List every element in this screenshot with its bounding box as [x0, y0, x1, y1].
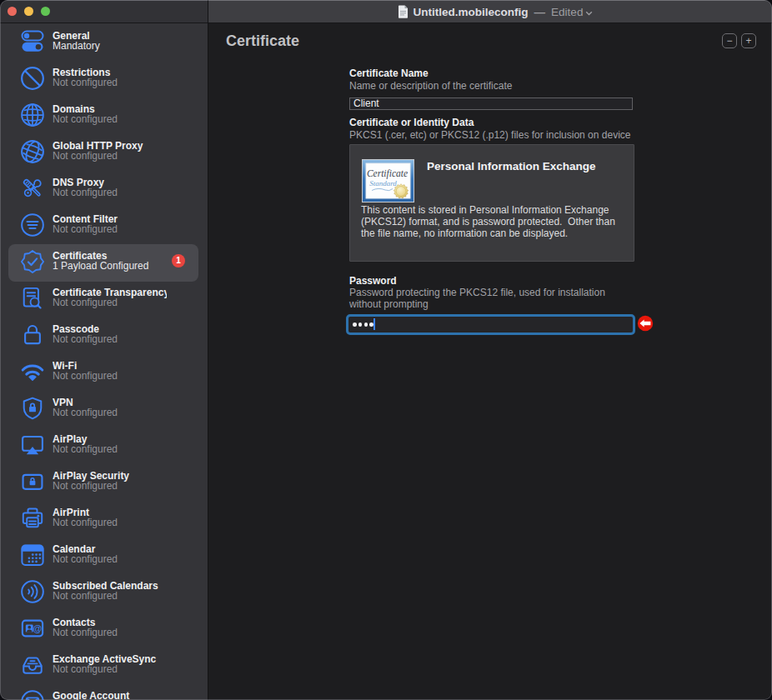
- svg-text:@: @: [33, 623, 42, 633]
- svg-text:Standard: Standard: [369, 179, 397, 188]
- svg-text:Certificate: Certificate: [367, 168, 408, 179]
